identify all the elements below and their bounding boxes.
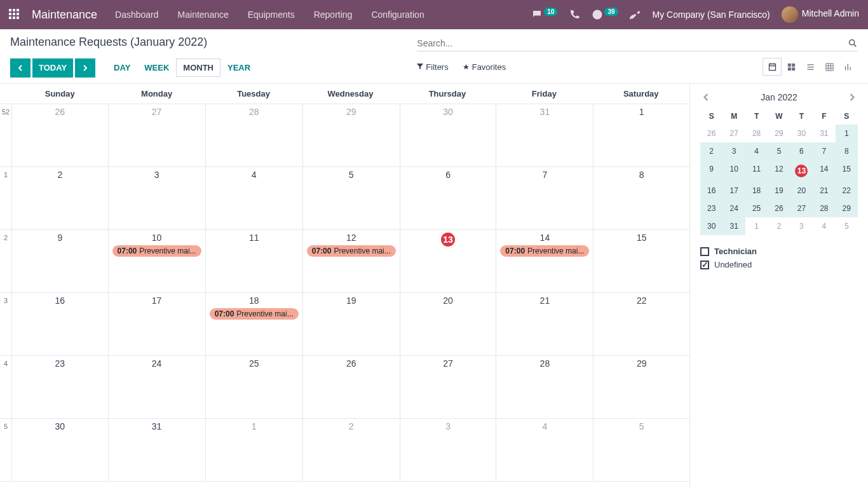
scale-year[interactable]: YEAR [220,58,257,77]
calendar-event[interactable]: 07:00Preventive mai... [307,245,396,257]
calendar-event[interactable]: 07:00Preventive mai... [112,245,201,257]
calendar-day[interactable]: 29 [302,104,400,167]
mini-day[interactable]: 3 [790,217,813,235]
calendar-day[interactable]: 23 [11,356,108,419]
mini-day[interactable]: 29 [768,125,790,142]
calendar-day[interactable]: 1407:00Preventive mai... [496,230,593,293]
calendar-day[interactable]: 28 [205,104,302,167]
calendar-day[interactable]: 17 [108,293,205,356]
view-list[interactable] [801,58,820,76]
user-menu[interactable]: Mitchell Admin [782,6,859,23]
mini-day[interactable]: 26 [768,200,790,217]
calendar-day[interactable]: 26 [302,356,400,419]
phone-button[interactable] [569,9,580,20]
mini-day[interactable]: 10 [722,160,745,182]
calendar-day[interactable]: 4 [205,167,302,230]
debug-button[interactable] [630,9,641,20]
mini-day[interactable]: 27 [790,200,813,217]
mini-next[interactable] [846,92,858,103]
calendar-event[interactable]: 07:00Preventive mai... [500,245,589,257]
calendar-day[interactable]: 15 [593,230,689,293]
mini-day[interactable]: 18 [745,182,768,200]
calendar-day[interactable]: 24 [108,356,205,419]
calendar-day[interactable]: 1 [205,419,302,482]
calendar-day[interactable]: 5 [302,167,400,230]
mini-day[interactable]: 3 [722,142,745,160]
favorites-button[interactable]: Favorites [463,62,506,72]
mini-day[interactable]: 15 [836,160,858,182]
mini-day[interactable]: 21 [813,182,835,200]
calendar-day[interactable]: 19 [302,293,400,356]
calendar-day[interactable]: 8 [593,167,689,230]
calendar-event[interactable]: 07:00Preventive mai... [210,308,299,320]
mini-day[interactable]: 4 [745,142,768,160]
calendar-day[interactable]: 30 [400,104,496,167]
mini-day[interactable]: 31 [813,125,835,142]
calendar-day[interactable]: 22 [593,293,689,356]
mini-day[interactable]: 27 [722,125,745,142]
calendar-day[interactable]: 1207:00Preventive mai... [302,230,400,293]
mini-day[interactable]: 19 [768,182,790,200]
calendar-day[interactable]: 6 [400,167,496,230]
calendar-day[interactable]: 25 [205,356,302,419]
nav-equipments[interactable]: Equipments [248,10,295,20]
mini-day[interactable]: 31 [722,217,745,235]
view-calendar[interactable] [763,58,782,76]
mini-day[interactable]: 12 [768,160,790,182]
mini-day[interactable]: 2 [768,217,790,235]
mini-day[interactable]: 26 [700,125,722,142]
messages-button[interactable]: 10 [531,9,557,20]
scale-week[interactable]: WEEK [137,58,176,77]
calendar-day[interactable]: 13 [400,230,496,293]
mini-day[interactable]: 1 [745,217,768,235]
calendar-day[interactable]: 5 [593,419,689,482]
search-icon[interactable] [848,38,858,48]
scale-day[interactable]: DAY [107,58,137,77]
next-button[interactable] [75,58,95,78]
mini-day[interactable]: 9 [700,160,722,182]
mini-day[interactable]: 5 [836,217,858,235]
mini-day[interactable]: 16 [700,182,722,200]
mini-day[interactable]: 25 [745,200,768,217]
legend-technician[interactable]: Technician [700,247,858,256]
calendar-day[interactable]: 27 [400,356,496,419]
mini-day[interactable]: 30 [790,125,813,142]
mini-day[interactable]: 8 [836,142,858,160]
mini-day[interactable]: 4 [813,217,835,235]
calendar-day[interactable]: 31 [108,419,205,482]
mini-day[interactable]: 1 [836,125,858,142]
scale-month[interactable]: MONTH [176,58,220,77]
calendar-day[interactable]: 11 [205,230,302,293]
mini-day[interactable]: 6 [790,142,813,160]
calendar-day[interactable]: 1807:00Preventive mai... [205,293,302,356]
apps-icon[interactable] [9,9,20,20]
search-input[interactable] [417,38,848,48]
mini-day[interactable]: 29 [836,200,858,217]
calendar-day[interactable]: 9 [11,230,108,293]
app-brand[interactable]: Maintenance [32,8,97,22]
mini-day[interactable]: 17 [722,182,745,200]
mini-day[interactable]: 23 [700,200,722,217]
view-graph[interactable] [839,58,858,76]
view-kanban[interactable] [782,58,801,76]
view-pivot[interactable] [820,58,839,76]
calendar-day[interactable]: 2 [11,167,108,230]
nav-reporting[interactable]: Reporting [314,10,353,20]
mini-day[interactable]: 28 [745,125,768,142]
calendar-day[interactable]: 30 [11,419,108,482]
mini-day[interactable]: 24 [722,200,745,217]
company-selector[interactable]: My Company (San Francisco) [653,10,770,20]
calendar-day[interactable]: 1 [593,104,689,167]
legend-undefined[interactable]: Undefined [700,260,858,269]
mini-day[interactable]: 30 [700,217,722,235]
calendar-day[interactable]: 26 [11,104,108,167]
filters-button[interactable]: Filters [417,62,448,72]
calendar-day[interactable]: 7 [496,167,593,230]
nav-configuration[interactable]: Configuration [371,10,424,20]
search-bar[interactable] [417,36,858,51]
mini-day[interactable]: 20 [790,182,813,200]
calendar-day[interactable]: 3 [108,167,205,230]
calendar-day[interactable]: 20 [400,293,496,356]
prev-button[interactable] [10,58,31,78]
nav-maintenance[interactable]: Maintenance [178,10,229,20]
